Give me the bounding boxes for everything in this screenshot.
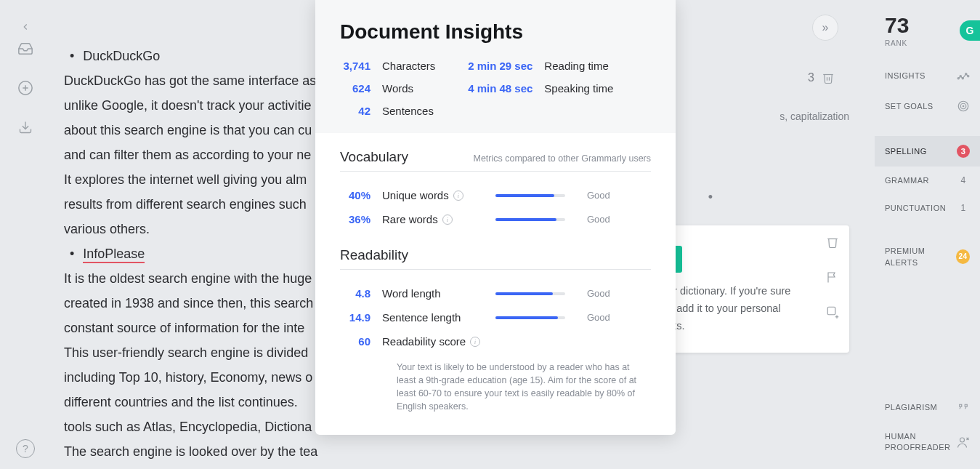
- metric-value: 4.8: [340, 287, 370, 300]
- stat-value: 4 min 48 sec: [464, 82, 532, 95]
- metric-value: 14.9: [340, 311, 370, 324]
- metric-label: Unique words: [382, 189, 449, 201]
- stat-value: 3,741: [340, 60, 370, 72]
- stat-label: Speaking time: [544, 82, 613, 95]
- info-icon[interactable]: i: [453, 191, 463, 201]
- metric-rating: Good: [587, 214, 610, 225]
- metric-rating: Good: [587, 288, 610, 299]
- info-icon[interactable]: i: [442, 215, 453, 225]
- readability-note: Your text is likely to be understood by …: [397, 361, 651, 413]
- metric-rating: Good: [587, 312, 610, 323]
- metric-label: Sentence length: [382, 311, 461, 324]
- progress-bar: [495, 194, 565, 197]
- stat-label: Characters: [382, 60, 435, 72]
- metric-readability-score: 60 Readability scorei: [340, 329, 651, 353]
- section-title: Readability: [340, 247, 408, 263]
- stat-label: Reading time: [544, 60, 608, 72]
- info-icon[interactable]: i: [470, 337, 480, 347]
- metric-word-length: 4.8 Word length Good: [340, 281, 651, 305]
- modal-title: Document Insights: [340, 20, 651, 44]
- metric-label: Rare words: [382, 213, 438, 225]
- stat-value: 624: [340, 82, 370, 95]
- progress-bar: [495, 292, 565, 295]
- stat-label: Words: [382, 82, 413, 95]
- stat-value: 2 min 29 sec: [464, 60, 532, 72]
- metric-rating: Good: [587, 190, 610, 201]
- metric-value: 40%: [340, 189, 370, 201]
- progress-bar: [495, 218, 565, 221]
- stat-value: 42: [340, 105, 370, 117]
- progress-bar: [495, 316, 565, 319]
- document-insights-modal: Document Insights 3,741Characters 624Wor…: [315, 0, 676, 435]
- metric-value: 60: [340, 335, 370, 348]
- metric-rare-words: 36% Rare wordsi Good: [340, 207, 651, 231]
- metric-unique-words: 40% Unique wordsi Good: [340, 183, 651, 207]
- metric-label: Readability score: [382, 335, 466, 348]
- section-title: Vocabulary: [340, 149, 408, 165]
- metric-sentence-length: 14.9 Sentence length Good: [340, 305, 651, 329]
- stat-label: Sentences: [382, 105, 434, 117]
- section-subtitle: Metrics compared to other Grammarly user…: [473, 153, 651, 164]
- metric-label: Word length: [382, 287, 441, 300]
- metric-value: 36%: [340, 213, 370, 225]
